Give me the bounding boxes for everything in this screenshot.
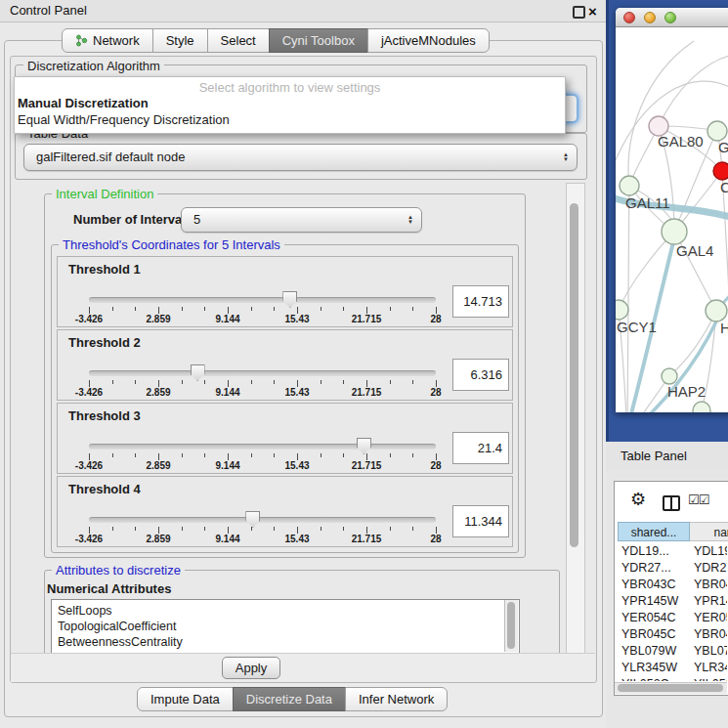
table-row[interactable]: YIL052CYIL052C <box>615 676 727 681</box>
scrollbar-thumb[interactable] <box>507 602 515 649</box>
cell-name[interactable]: YDR27... <box>685 560 727 577</box>
table-row[interactable]: YBR045CYBR045C <box>615 626 727 643</box>
tab-impute-data[interactable]: Impute Data <box>137 687 234 711</box>
cell-name[interactable]: YBR045C <box>685 626 727 643</box>
slider-track[interactable] <box>89 517 436 523</box>
network-window-titlebar[interactable] <box>616 8 728 27</box>
cell-shared-name[interactable]: YBL079W <box>615 643 685 660</box>
cell-shared-name[interactable]: YPR145W <box>615 593 685 610</box>
slider-handle[interactable] <box>245 511 260 528</box>
attribute-item-selfloops[interactable]: SelfLoops <box>52 603 519 619</box>
close-icon[interactable]: × <box>588 1 597 22</box>
network-edge[interactable] <box>627 186 629 412</box>
popup-option-manual-discretization[interactable]: Manual Discretization <box>18 96 149 110</box>
split-columns-icon[interactable] <box>663 495 680 511</box>
cell-name[interactable]: YER054C <box>685 610 727 626</box>
network-node-h[interactable] <box>706 300 727 321</box>
table-row[interactable]: YER054CYER054C <box>615 610 727 626</box>
checkbox-icons[interactable]: ☑☑ <box>688 492 708 507</box>
network-node-g[interactable] <box>707 121 727 141</box>
table-horizontal-scrollbar[interactable] <box>615 682 727 694</box>
network-edge[interactable] <box>628 41 694 186</box>
table-row[interactable]: YDL19...YDL19... <box>615 543 727 560</box>
cell-shared-name[interactable]: YIL052C <box>615 676 685 681</box>
network-node-label: GAL4 <box>676 242 713 259</box>
zoom-traffic-light-icon[interactable] <box>664 12 676 23</box>
tab-style[interactable]: Style <box>152 28 208 53</box>
network-canvas[interactable]: GAL80GCGAL11GAL4GCY1HHAP2 <box>616 27 728 412</box>
algorithm-popup: Select algorithm to view settings Manual… <box>14 76 566 134</box>
attribute-item-topologicalcoefficient[interactable]: TopologicalCoefficient <box>52 619 519 634</box>
slider-track[interactable] <box>89 370 436 376</box>
network-node-gal11[interactable] <box>620 176 639 195</box>
tab-infer-network[interactable]: Infer Network <box>345 687 448 711</box>
cell-shared-name[interactable]: YLR345W <box>615 660 685 676</box>
network-node-hap2[interactable] <box>662 368 677 384</box>
scrollbar-thumb[interactable] <box>618 684 723 692</box>
cell-name[interactable]: YBL079W <box>685 643 727 660</box>
threshold-value-field[interactable]: 21.4 <box>452 432 509 464</box>
cell-shared-name[interactable]: YDR27... <box>615 560 685 577</box>
column-header-name[interactable]: name <box>690 522 728 541</box>
table-row[interactable]: YLR345WYLR345W <box>615 660 727 676</box>
cell-name[interactable]: YLR345W <box>685 660 727 676</box>
slider-track[interactable] <box>89 297 436 303</box>
network-node[interactable] <box>693 402 710 412</box>
tab-network[interactable]: Network <box>62 28 153 53</box>
panel-vertical-scrollbar[interactable] <box>566 183 585 654</box>
cell-name[interactable]: YBR043C <box>685 577 727 593</box>
threshold-value-field[interactable]: 11.344 <box>452 505 509 537</box>
cell-name[interactable]: YIL052C <box>685 676 727 681</box>
control-panel-titlebar: Control Panel × <box>0 0 606 22</box>
minimize-traffic-light-icon[interactable] <box>644 12 656 23</box>
network-node-c[interactable] <box>713 162 728 180</box>
tab-select[interactable]: Select <box>207 28 270 53</box>
network-edge[interactable] <box>669 311 716 376</box>
cell-shared-name[interactable]: YER054C <box>615 610 685 626</box>
tab-discretize-data[interactable]: Discretize Data <box>233 687 346 711</box>
network-graph-icon <box>75 34 88 47</box>
apply-button[interactable]: Apply <box>222 657 280 679</box>
attribute-item-betweennesscentrality[interactable]: BetweennessCentrality <box>52 634 519 650</box>
threshold-value-field[interactable]: 6.316 <box>452 359 509 391</box>
tab-jactivemnodules[interactable]: jActiveMNodules <box>367 28 490 53</box>
network-edge[interactable] <box>659 55 728 126</box>
network-node-label: H <box>720 320 728 336</box>
cell-shared-name[interactable]: YBR043C <box>615 577 685 593</box>
tab-label: Discretize Data <box>246 688 332 710</box>
cell-shared-name[interactable]: YDL19... <box>615 543 685 560</box>
slider-handle[interactable] <box>357 438 371 454</box>
table-row[interactable]: YPR145WYPR145W <box>615 593 727 610</box>
network-edge[interactable] <box>627 410 702 412</box>
numerical-attributes-list[interactable]: SelfLoopsTopologicalCoefficientBetweenne… <box>51 599 520 655</box>
network-node-gal4[interactable] <box>662 219 687 244</box>
network-node-label: GCY1 <box>617 319 657 335</box>
slider-handle[interactable] <box>282 291 297 308</box>
threshold-value-field[interactable]: 14.713 <box>452 285 509 318</box>
network-node-label: HAP2 <box>667 383 706 400</box>
algorithm-popup-hint: Select algorithm to view settings <box>15 80 565 95</box>
table-row[interactable]: YDR27...YDR27... <box>615 560 727 577</box>
slider-handle[interactable] <box>191 364 205 381</box>
scrollbar-thumb[interactable] <box>570 203 578 547</box>
column-header-shared-name[interactable]: shared... <box>618 522 690 541</box>
slider-track[interactable] <box>89 444 436 450</box>
cell-shared-name[interactable]: YBR045C <box>615 626 685 643</box>
number-of-intervals-combobox[interactable]: 5 ▲▼ <box>181 207 422 233</box>
table-row[interactable]: YBR043CYBR043C <box>615 577 727 593</box>
network-node-gcy1[interactable] <box>616 300 628 320</box>
cell-name[interactable]: YDL19... <box>685 543 727 560</box>
control-panel: Control Panel × NetworkStyleSelectCyni T… <box>0 0 606 728</box>
close-traffic-light-icon[interactable] <box>623 12 635 23</box>
float-window-icon[interactable] <box>573 6 585 19</box>
table-data-combobox[interactable]: galFiltered.sif default node ▲▼ <box>23 144 578 171</box>
tab-cyni-toolbox[interactable]: Cyni Toolbox <box>269 28 368 53</box>
gear-icon[interactable]: ⚙ <box>630 491 646 508</box>
popup-option-equal-width-frequency[interactable]: Equal Width/Frequency Discretization <box>18 112 230 127</box>
attributes-list-scrollbar[interactable] <box>504 600 518 652</box>
cell-name[interactable]: YPR145W <box>685 593 727 610</box>
table-row[interactable]: YBL079WYBL079W <box>615 643 727 660</box>
threshold-label: Threshold 4 <box>68 482 141 496</box>
stepper-icon: ▲▼ <box>407 215 413 225</box>
control-panel-title: Control Panel <box>10 0 87 21</box>
